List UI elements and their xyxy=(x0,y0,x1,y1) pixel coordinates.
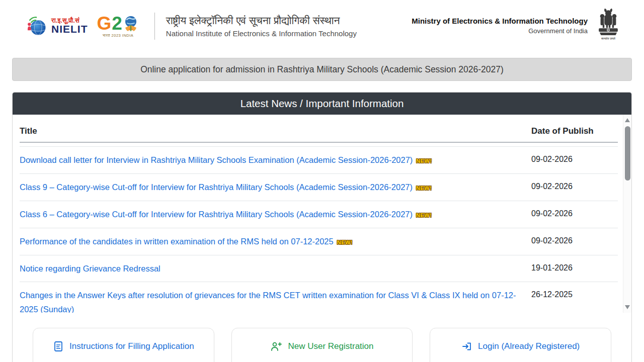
news-rows: Download call letter for Interview in Ra… xyxy=(20,147,618,313)
new-badge: NEW! xyxy=(416,156,432,165)
column-header-title: Title xyxy=(20,126,531,136)
news-row: Notice regarding Grievance Redressal19-0… xyxy=(20,255,618,283)
site-header: रा.इ.सू.प्रौ.सं NIELIT G2 भारत 2023 INDI… xyxy=(0,0,644,52)
news-link[interactable]: Class 6 – Category-wise Cut-off for Inte… xyxy=(20,210,413,219)
news-row: Download call letter for Interview in Ra… xyxy=(20,147,618,174)
government-of-india: Government of India xyxy=(412,27,588,36)
news-link[interactable]: Changes in the Answer Keys after resolut… xyxy=(20,291,516,313)
g20-tagline: भारत 2023 INDIA xyxy=(103,34,133,38)
news-link[interactable]: Download call letter for Interview in Ra… xyxy=(20,155,413,164)
news-date: 26-12-2025 xyxy=(531,289,618,299)
nielit-name: NIELIT xyxy=(51,24,88,35)
ministry-group: Ministry of Electronics & Information Te… xyxy=(412,8,622,44)
news-link[interactable]: Class 9 – Category-wise Cut-off for Inte… xyxy=(20,183,413,192)
news-row: Class 9 – Category-wise Cut-off for Inte… xyxy=(20,174,618,201)
org-name-hindi: राष्ट्रीय इलेक्ट्रॉनिकी एवं सूचना प्रौद्… xyxy=(166,15,357,27)
column-header-date: Date of Publish xyxy=(531,126,618,136)
emblem-motto: सत्यमेव जयते xyxy=(601,37,616,40)
news-date: 09-02-2026 xyxy=(531,208,618,218)
new-badge: NEW! xyxy=(337,238,353,247)
table-header-gap xyxy=(20,143,618,147)
news-link[interactable]: Notice regarding Grievance Redressal xyxy=(20,264,160,273)
new-badge: NEW! xyxy=(416,184,432,193)
news-panel-header: Latest News / Important Information xyxy=(13,93,631,115)
news-table: Title Date of Publish Download call lett… xyxy=(13,120,623,313)
new-user-registration-label: New User Registration xyxy=(288,341,373,351)
brand-group: रा.इ.सू.प्रौ.सं NIELIT G2 भारत 2023 INDI… xyxy=(25,13,357,40)
user-plus-icon xyxy=(270,341,282,352)
news-date: 09-02-2026 xyxy=(531,153,618,164)
vertical-scrollbar[interactable] xyxy=(623,115,631,313)
news-date: 19-01-2026 xyxy=(531,262,618,273)
instructions-button[interactable]: Instructions for Filling Application xyxy=(33,328,214,362)
page-title: Online application for admission in Rash… xyxy=(140,64,504,75)
g20-logo: G2 भारत 2023 INDIA xyxy=(97,14,139,38)
login-button-label: Login (Already Registered) xyxy=(478,341,580,351)
header-divider xyxy=(154,13,155,40)
nielit-globe-icon xyxy=(25,15,48,38)
document-icon xyxy=(53,341,64,352)
g20-globe-lotus-icon xyxy=(122,15,139,32)
news-link[interactable]: Performance of the candidates in written… xyxy=(20,237,334,246)
nielit-hindi-abbr: रा.इ.सू.प्रौ.सं xyxy=(51,17,88,24)
scrollbar-thumb[interactable] xyxy=(625,126,630,180)
new-badge: NEW! xyxy=(416,211,432,220)
news-panel: Latest News / Important Information Titl… xyxy=(12,92,632,362)
login-icon xyxy=(461,341,472,352)
news-date: 09-02-2026 xyxy=(531,235,618,245)
g20-digit-2: 2 xyxy=(112,14,122,33)
news-table-header: Title Date of Publish xyxy=(20,120,618,143)
g20-letter-g: G xyxy=(97,14,112,33)
action-buttons-row: Instructions for Filling Application New… xyxy=(13,313,631,362)
scroll-down-arrow-icon[interactable] xyxy=(625,305,630,309)
ministry-name: Ministry of Electronics & Information Te… xyxy=(412,16,588,27)
new-user-registration-button[interactable]: New User Registration xyxy=(231,328,413,362)
news-row: Performance of the candidates in written… xyxy=(20,228,618,255)
nielit-logo[interactable]: रा.इ.सू.प्रौ.सं NIELIT xyxy=(25,15,88,38)
news-row: Changes in the Answer Keys after resolut… xyxy=(20,282,618,313)
org-names: राष्ट्रीय इलेक्ट्रॉनिकी एवं सूचना प्रौद्… xyxy=(166,15,357,38)
login-button[interactable]: Login (Already Registered) xyxy=(430,328,611,362)
news-row: Class 6 – Category-wise Cut-off for Inte… xyxy=(20,201,618,228)
scroll-up-arrow-icon[interactable] xyxy=(625,118,630,122)
org-name-english: National Institute of Electronics & Info… xyxy=(166,29,357,38)
india-emblem-icon: सत्यमेव जयते xyxy=(595,8,622,44)
news-scroll-viewport: Title Date of Publish Download call lett… xyxy=(13,115,631,313)
news-panel-title: Latest News / Important Information xyxy=(240,98,404,110)
news-date: 09-02-2026 xyxy=(531,180,618,191)
instructions-button-label: Instructions for Filling Application xyxy=(69,341,194,351)
page-banner: Online application for admission in Rash… xyxy=(12,58,632,81)
nielit-wordmark: रा.इ.सू.प्रौ.सं NIELIT xyxy=(51,17,88,35)
